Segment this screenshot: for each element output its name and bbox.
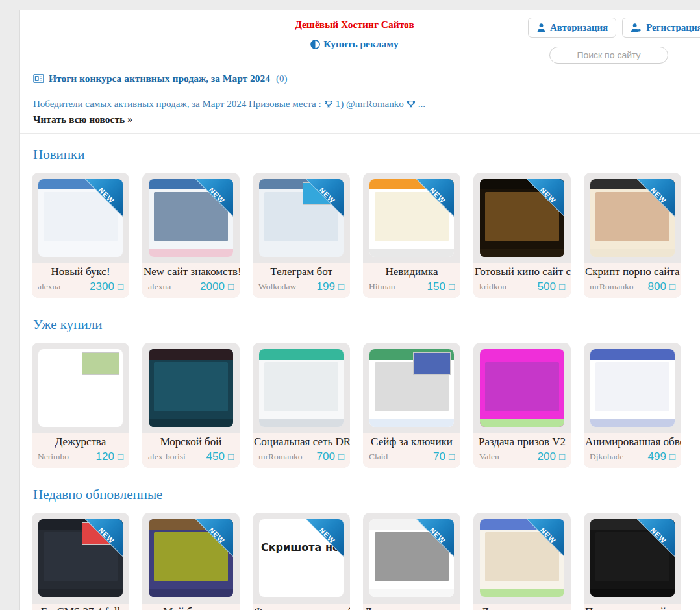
news-title-link[interactable]: Итоги конкурса активных продаж, за Март … (49, 73, 270, 84)
product-title[interactable]: Денежное дерево (473, 605, 571, 610)
product-title[interactable]: Движок новостного са (363, 605, 460, 610)
product-title[interactable]: Раздача призов V2 (473, 435, 571, 448)
currency-glyph: □ (228, 281, 234, 292)
currency-glyph: □ (559, 281, 565, 292)
product-author[interactable]: alexua (38, 282, 60, 292)
product-author[interactable]: Claid (369, 452, 388, 462)
product-author[interactable]: kridkon (479, 282, 506, 292)
product-author[interactable]: alex-borisi (148, 452, 186, 462)
product-card[interactable]: NEW Движок новостного са Djkohade 2999□ (363, 513, 460, 610)
product-author[interactable]: Hitman (369, 282, 395, 292)
thumb-bottom-bar (149, 249, 233, 257)
buy-ads-link[interactable]: Купить рекламу (310, 38, 398, 50)
product-author[interactable]: Valen (479, 452, 499, 462)
product-title[interactable]: Функция для чисел бо (253, 605, 350, 610)
thumb-bottom-bar (259, 419, 344, 427)
product-author[interactable]: mrRomanko (258, 452, 303, 462)
product-author[interactable]: mrRomanko (590, 282, 634, 292)
register-label: Регистрация (646, 22, 700, 33)
product-card[interactable]: Сейф за ключики Claid 70□ (363, 343, 460, 468)
currency-glyph: □ (338, 281, 344, 292)
product-card[interactable]: NEW Покупка игровой валю bandit_tiw 300□ (584, 513, 681, 610)
product-card[interactable]: Социальная сеть DRU mrRomanko 700□ (253, 343, 350, 468)
product-section: Недавно обновленные NEW EroCMS 37.4 full… (20, 474, 700, 610)
product-card[interactable]: NEW Денежное дерево alexua 300□ (473, 513, 571, 610)
product-card[interactable]: NEW Мой бизнес dinka 1399□ (142, 513, 240, 610)
newspaper-icon (33, 74, 44, 83)
product-title[interactable]: Анимированная обвод (584, 435, 681, 448)
thumb-bottom-bar (590, 249, 675, 257)
card-row: NEW EroCMS 37.4 full dinka 5990□ NEW Мой… (20, 513, 700, 610)
product-thumbnail[interactable]: NEW (584, 173, 681, 263)
product-title[interactable]: Дежурства (32, 435, 129, 448)
product-thumbnail[interactable]: NEW (363, 513, 460, 604)
product-title[interactable]: EroCMS 37.4 full (32, 605, 129, 610)
product-card[interactable]: Анимированная обвод Djkohade 499□ (584, 343, 681, 468)
product-thumbnail[interactable]: NEW (363, 173, 460, 263)
product-thumbnail[interactable]: Скришота не NEW (253, 513, 350, 604)
product-thumbnail[interactable]: NEW (473, 513, 571, 604)
section-heading[interactable]: Недавно обновленные (33, 487, 162, 503)
product-title[interactable]: New сайт знакомств! (142, 265, 240, 278)
product-price: 150□ (427, 280, 455, 293)
product-author[interactable]: Nerimbo (38, 452, 69, 462)
product-author[interactable]: Djkohade (590, 452, 623, 462)
cheap-hosting-link[interactable]: Дешёвый Хостинг Сайтов (295, 19, 414, 30)
product-title[interactable]: Сейф за ключики (363, 435, 460, 448)
product-thumbnail[interactable] (584, 343, 681, 433)
product-card[interactable]: NEW Готовый кино сайт сбо kridkon 500□ (473, 173, 571, 298)
product-thumbnail[interactable] (142, 343, 240, 433)
product-author[interactable]: alexua (148, 282, 171, 292)
section-heading[interactable]: Уже купили (33, 317, 102, 333)
product-thumbnail[interactable]: NEW (253, 173, 350, 263)
product-card[interactable]: NEW Скрипт порно сайта с mrRomanko 800□ (584, 173, 681, 298)
product-title[interactable]: Невидимка (363, 265, 460, 278)
thumbnail-image (38, 349, 123, 427)
news-comment-count: (0) (276, 73, 288, 84)
product-title[interactable]: Телеграм бот (253, 265, 350, 278)
section-heading[interactable]: Новинки (33, 147, 85, 163)
product-info: Готовый кино сайт сбо kridkon 500□ (473, 263, 571, 298)
product-thumbnail[interactable] (473, 343, 571, 433)
product-card[interactable]: Морской бой alex-borisi 450□ (142, 343, 240, 468)
product-thumbnail[interactable]: NEW (142, 513, 240, 604)
price-value: 500 (538, 280, 556, 293)
product-author[interactable]: Wolkodaw (258, 282, 296, 292)
product-card[interactable]: Раздача призов V2 Valen 200□ (473, 343, 571, 468)
product-thumbnail[interactable] (363, 343, 460, 433)
product-thumbnail[interactable] (253, 343, 350, 433)
product-title[interactable]: Скрипт порно сайта с (584, 265, 681, 278)
product-card[interactable]: NEW EroCMS 37.4 full dinka 5990□ (32, 513, 129, 610)
register-button[interactable]: Регистрация (622, 18, 700, 38)
price-value: 499 (648, 450, 666, 463)
product-thumbnail[interactable]: NEW (32, 173, 129, 263)
product-thumbnail[interactable] (32, 343, 129, 433)
product-thumbnail[interactable]: NEW (32, 513, 129, 604)
product-title[interactable]: Готовый кино сайт сбо (473, 265, 571, 278)
search-input[interactable] (549, 47, 668, 64)
price-value: 700 (317, 450, 335, 463)
product-title[interactable]: Мой бизнес (142, 605, 240, 610)
product-thumbnail[interactable]: NEW (473, 173, 571, 263)
product-info: Покупка игровой валю bandit_tiw 300□ (584, 604, 681, 610)
login-button[interactable]: Авторизация (528, 18, 616, 38)
thumb-top-bar (590, 349, 675, 360)
product-thumbnail[interactable]: NEW (584, 513, 681, 604)
thumb-bottom-bar (369, 589, 454, 597)
product-card[interactable]: NEW Новый букс! alexua 2300□ (32, 173, 129, 298)
product-title[interactable]: Покупка игровой валю (584, 605, 681, 610)
product-card[interactable]: NEW New сайт знакомств! alexua 2000□ (142, 173, 240, 298)
read-more-link[interactable]: Читать всю новость » (33, 114, 700, 125)
product-card[interactable]: Дежурства Nerimbo 120□ (32, 343, 129, 468)
product-card[interactable]: Скришота не NEW Функция для чисел бо mou… (253, 513, 350, 610)
product-thumbnail[interactable]: NEW (142, 173, 240, 263)
product-title[interactable]: Новый букс! (32, 265, 129, 278)
product-title[interactable]: Социальная сеть DRU (253, 435, 350, 448)
news-text-2: 1) @mrRomanko (336, 99, 404, 110)
thumb-bottom-bar (38, 589, 123, 597)
product-title[interactable]: Морской бой (142, 435, 240, 448)
product-sections: Новинки NEW Новый букс! alexua 2300□ (20, 134, 700, 610)
product-card[interactable]: NEW Телеграм бот Wolkodaw 199□ (253, 173, 350, 298)
thumb-bottom-bar (369, 419, 454, 427)
product-card[interactable]: NEW Невидимка Hitman 150□ (363, 173, 460, 298)
